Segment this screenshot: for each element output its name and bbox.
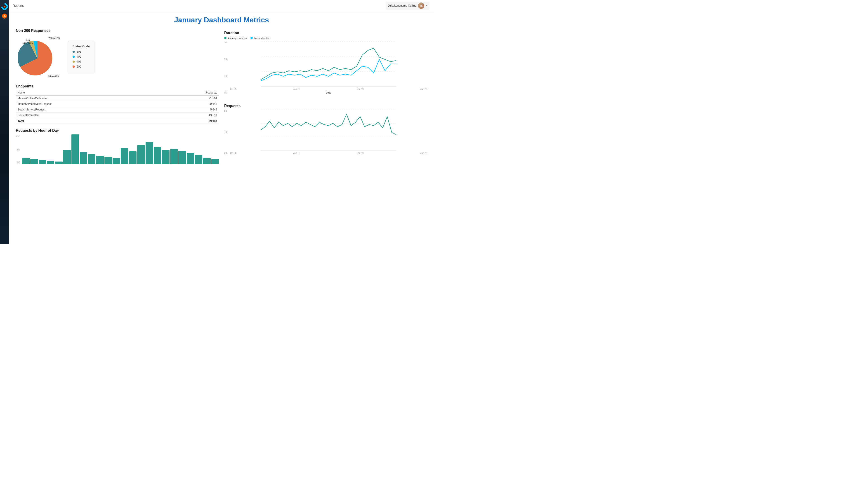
pie-label-76: 76 (4.4%) <box>48 75 59 77</box>
sidebar-nav-icon[interactable]: ◎ <box>2 13 7 19</box>
requests-y-6k: 6K <box>224 110 228 112</box>
duration-chart-svg <box>230 41 427 87</box>
avatar: JL <box>418 2 424 9</box>
dashboard-grid: Non-200 Responses 845 (48.93%) 708 (41%)… <box>16 29 427 164</box>
legend-label-500: 500 <box>76 65 81 68</box>
requests-y-4k: 4K <box>224 131 228 133</box>
duration-x-title: Date <box>230 91 427 94</box>
duration-y-2k: 2K <box>224 58 228 61</box>
bar-chart-bars <box>22 134 219 164</box>
legend-dot-500 <box>72 66 75 68</box>
bar-20 <box>187 153 194 164</box>
non200-title: Non-200 Responses <box>16 29 219 33</box>
endpoint-name-2: MatchServiceMatchRequest <box>16 101 161 107</box>
requests-chart-title: Requests <box>224 104 427 108</box>
page-content: January Dashboard Metrics Non-200 Respon… <box>9 11 434 244</box>
duration-y-3k: 3K <box>224 41 228 44</box>
bar-13 <box>129 151 136 164</box>
duration-y-1k: 1K <box>224 75 228 77</box>
duration-x-jan12: Jan 12 <box>293 88 300 90</box>
header-title: Reports <box>13 4 24 7</box>
nav-icon-shape: ◎ <box>4 15 6 18</box>
bar-19 <box>178 151 186 164</box>
bar-23 <box>211 159 219 164</box>
avg-duration-line <box>260 48 396 80</box>
legend-dot-301 <box>72 51 75 53</box>
bar-03 <box>47 161 54 164</box>
legend-title: Status Code <box>72 44 90 48</box>
table-row: SearchServiceRequest 5,644 <box>16 107 219 112</box>
bar-04 <box>55 162 62 164</box>
legend-dot-400 <box>72 56 75 58</box>
bar-21 <box>195 155 202 164</box>
duration-x-jan19: Jan 19 <box>357 88 364 90</box>
duration-x-labels: Jan 05 Jan 12 Jan 19 Jan 26 <box>230 88 427 90</box>
bar-18 <box>170 149 178 164</box>
requests-y-axis: 6K 4K 2K <box>224 110 230 154</box>
endpoint-name-4: SourceProfilesPut <box>16 112 161 119</box>
requests-x-labels: Jan 05 Jan 12 Jan 19 Jan 26 <box>230 152 427 154</box>
requests-chart-svg-wrapper: Jan 05 Jan 12 Jan 19 Jan 26 <box>230 110 427 154</box>
pie-label-708: 708 (41%) <box>49 37 60 39</box>
legend-label-404: 404 <box>76 60 81 63</box>
endpoint-requests-3: 5,644 <box>161 107 219 112</box>
legend-item-500: 500 <box>72 65 90 68</box>
mean-duration-dot <box>250 37 253 39</box>
requests-x-jan26: Jan 26 <box>421 152 427 154</box>
bar-15 <box>146 142 153 164</box>
legend-label-301: 301 <box>76 50 81 53</box>
header-user-name: Julia Longname-Collins <box>388 4 416 7</box>
sidebar-logo[interactable] <box>1 3 8 10</box>
endpoints-total-row: Total 99,988 <box>16 118 219 124</box>
legend-item-400: 400 <box>72 55 90 58</box>
bar-02 <box>39 160 46 164</box>
total-label: Total <box>16 118 161 124</box>
pie-chart-container: 845 (48.93%) 708 (41%) 76 (4.4%) <box>16 35 61 80</box>
left-column: Non-200 Responses 845 (48.93%) 708 (41%)… <box>16 29 219 164</box>
requests-x-jan05: Jan 05 <box>230 152 237 154</box>
header-user-section[interactable]: Julia Longname-Collins JL ▾ <box>385 2 430 10</box>
endpoint-requests-4: 43,539 <box>161 112 219 119</box>
duration-y-0k: 0K <box>224 92 228 94</box>
bar-16 <box>154 147 161 164</box>
duration-chart-legend: Average duration Mean duration <box>224 37 427 39</box>
bar-12 <box>121 148 128 164</box>
endpoint-requests-1: 21,164 <box>161 95 219 101</box>
total-value: 99,988 <box>161 118 219 124</box>
duration-y-axis: 3K 2K 1K 0K <box>224 41 230 94</box>
endpoint-requests-2: 29,641 <box>161 101 219 107</box>
pie-section: 845 (48.93%) 708 (41%) 76 (4.4%) <box>16 35 219 80</box>
col-name: Name <box>16 90 161 95</box>
logo-dot <box>4 6 5 7</box>
requests-chart-area: 6K 4K 2K <box>224 110 427 154</box>
header: Reports Julia Longname-Collins JL ▾ <box>9 0 434 11</box>
bar-y-10k: 10K <box>16 135 20 138</box>
bar-01 <box>30 159 38 164</box>
pie-chart-svg <box>18 39 57 77</box>
requests-x-jan12: Jan 12 <box>293 152 300 154</box>
legend-mean-duration: Mean duration <box>250 37 270 39</box>
col-requests: Requests <box>161 90 219 95</box>
endpoint-name-3: SearchServiceRequest <box>16 107 161 112</box>
chevron-down-icon[interactable]: ▾ <box>426 4 427 7</box>
bar-chart-title: Requests by Hour of Day <box>16 129 219 133</box>
table-row: SourceProfilesPut 43,539 <box>16 112 219 119</box>
bar-17 <box>162 150 169 164</box>
right-column: Duration Average duration Mean duration <box>224 29 427 164</box>
endpoints-table: Name Requests MasterProfilesGetMaster 21… <box>16 90 219 124</box>
requests-chart-section: Requests 6K 4K 2K <box>224 102 427 157</box>
main-wrapper: Reports Julia Longname-Collins JL ▾ Janu… <box>9 0 434 244</box>
duration-x-jan26: Jan 26 <box>421 88 427 90</box>
requests-chart-svg <box>230 110 427 151</box>
bar-08 <box>88 154 95 164</box>
legend-item-404: 404 <box>72 60 90 63</box>
avatar-initials: JL <box>420 4 423 7</box>
legend-label-400: 400 <box>76 55 81 58</box>
bar-00 <box>22 158 30 164</box>
sidebar: ◎ <box>0 0 9 244</box>
bar-14 <box>137 145 145 164</box>
bar-11 <box>113 158 120 164</box>
endpoint-name-1: MasterProfilesGetMaster <box>16 95 161 101</box>
legend-item-301: 301 <box>72 50 90 53</box>
table-row: MasterProfilesGetMaster 21,164 <box>16 95 219 101</box>
